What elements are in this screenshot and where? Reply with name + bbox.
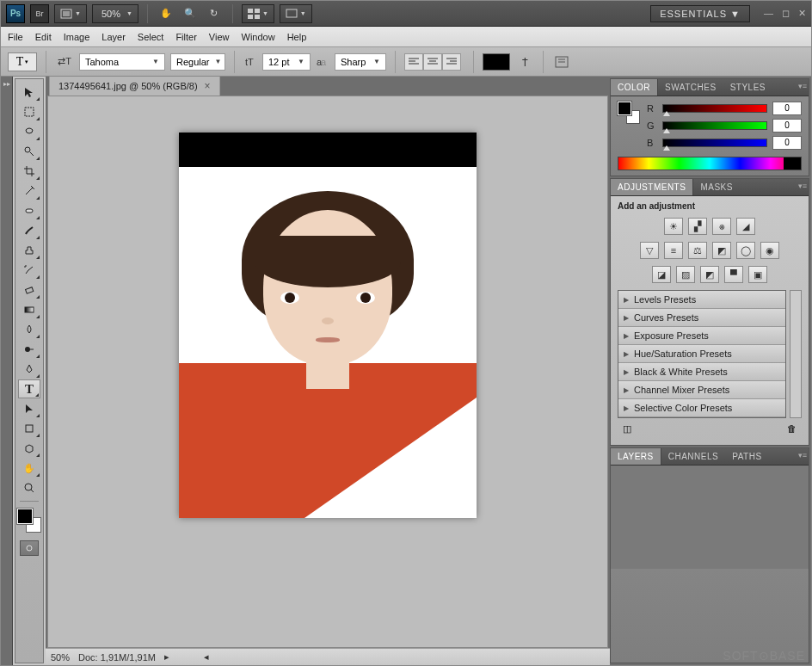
posterize-icon[interactable]: ▨ — [676, 266, 695, 283]
tab-styles[interactable]: STYLES — [723, 79, 772, 96]
zoom-dropdown[interactable]: 50%▼ — [92, 4, 138, 23]
photofilter-icon[interactable]: ◯ — [736, 242, 755, 259]
arrange-docs-dropdown[interactable]: ▼ — [242, 4, 274, 23]
pen-tool[interactable] — [18, 360, 40, 379]
stamp-tool[interactable] — [18, 241, 40, 260]
preset-curves[interactable]: ▶Curves Presets — [618, 309, 785, 327]
brightness-icon[interactable]: ☀ — [664, 218, 683, 235]
move-tool[interactable] — [18, 83, 40, 102]
exposure-icon[interactable]: ◢ — [736, 218, 755, 235]
spectrum-bar[interactable] — [618, 157, 802, 170]
vibrance-icon[interactable]: ▽ — [640, 242, 659, 259]
tab-color[interactable]: COLOR — [611, 79, 658, 96]
tab-masks[interactable]: MASKS — [693, 179, 740, 195]
close-button[interactable]: ✕ — [798, 8, 806, 19]
menu-layer[interactable]: Layer — [102, 32, 126, 42]
menu-window[interactable]: Window — [242, 32, 275, 42]
tab-swatches[interactable]: SWATCHES — [658, 79, 723, 96]
preset-bw[interactable]: ▶Black & White Presets — [618, 363, 785, 381]
menu-image[interactable]: Image — [64, 32, 90, 42]
preset-channelmixer[interactable]: ▶Channel Mixer Presets — [618, 381, 785, 399]
foreground-color[interactable] — [17, 509, 33, 524]
curves-icon[interactable]: ⎈ — [712, 218, 731, 235]
antialias-dropdown[interactable]: Sharp▼ — [335, 53, 386, 71]
invert-icon[interactable]: ◪ — [652, 266, 671, 283]
history-brush-tool[interactable] — [18, 261, 40, 280]
text-color-swatch[interactable] — [483, 53, 510, 71]
shape-tool[interactable] — [18, 419, 40, 438]
menu-filter[interactable]: Filter — [175, 32, 196, 42]
font-style-dropdown[interactable]: Regular▼ — [170, 53, 225, 71]
b-value[interactable]: 0 — [772, 136, 802, 150]
tab-paths[interactable]: PATHS — [725, 448, 768, 465]
rotate-view-icon[interactable]: ↻ — [205, 4, 224, 23]
eraser-tool[interactable] — [18, 281, 40, 299]
healing-tool[interactable] — [18, 201, 40, 220]
tab-layers[interactable]: LAYERS — [611, 448, 661, 465]
zoom-tool-icon[interactable]: 🔍 — [181, 4, 200, 23]
type-tool[interactable]: T — [18, 379, 40, 398]
tool-collapse-strip[interactable]: ▸▸ — [1, 77, 13, 665]
align-right-button[interactable] — [442, 53, 461, 71]
font-family-dropdown[interactable]: Tahoma▼ — [79, 53, 165, 71]
channelmixer-icon[interactable]: ◉ — [760, 242, 779, 259]
hand-tool-icon[interactable]: ✋ — [157, 4, 175, 23]
tool-preset-picker[interactable]: T ▾ — [8, 52, 37, 71]
gradientmap-icon[interactable]: ▀ — [724, 266, 743, 283]
color-picker-fgbg[interactable] — [17, 509, 41, 533]
panel-menu-icon[interactable]: ▾≡ — [798, 451, 807, 459]
3d-tool[interactable] — [18, 439, 40, 458]
menu-edit[interactable]: Edit — [35, 32, 52, 42]
levels-icon[interactable]: ▞ — [688, 218, 707, 235]
menu-file[interactable]: File — [8, 32, 23, 42]
path-select-tool[interactable] — [18, 399, 40, 418]
screen-mode-dropdown[interactable]: ▼ — [280, 4, 312, 23]
scroll-left-icon[interactable]: ◂ — [204, 651, 209, 663]
hand-tool[interactable]: ✋ — [18, 459, 40, 478]
panel-menu-icon[interactable]: ▾≡ — [798, 82, 807, 90]
marquee-tool[interactable] — [18, 102, 40, 121]
view-extras-dropdown[interactable]: ▼ — [54, 4, 87, 23]
close-tab-icon[interactable]: × — [205, 80, 211, 92]
g-value[interactable]: 0 — [772, 119, 802, 133]
color-fgbg-mini[interactable] — [618, 102, 640, 124]
bridge-icon[interactable]: Br — [30, 4, 49, 23]
menu-select[interactable]: Select — [138, 32, 164, 42]
canvas-viewport[interactable] — [47, 96, 608, 648]
font-size-dropdown[interactable]: 12 pt▼ — [262, 53, 311, 71]
r-value[interactable]: 0 — [772, 102, 802, 115]
lasso-tool[interactable] — [18, 122, 40, 141]
menu-view[interactable]: View — [209, 32, 230, 42]
dodge-tool[interactable] — [18, 340, 40, 359]
g-slider[interactable] — [662, 121, 767, 130]
gradient-tool[interactable] — [18, 300, 40, 319]
bw-icon[interactable]: ◩ — [712, 242, 731, 259]
quick-select-tool[interactable] — [18, 142, 40, 161]
status-doc-size[interactable]: Doc: 1,91M/1,91M — [78, 652, 156, 663]
text-orientation-toggle[interactable]: ⇄T — [55, 52, 74, 71]
tab-channels[interactable]: CHANNELS — [661, 448, 725, 465]
presets-scrollbar[interactable] — [790, 290, 802, 418]
align-center-button[interactable] — [423, 53, 442, 71]
colorbalance-icon[interactable]: ⚖ — [688, 242, 707, 259]
hue-icon[interactable]: ≡ — [664, 242, 683, 259]
warp-text-button[interactable]: Ϯ — [515, 52, 534, 71]
preset-selectivecolor[interactable]: ▶Selective Color Presets — [618, 399, 785, 417]
document-tab[interactable]: 1374495641.jpg @ 50% (RGB/8) × — [49, 77, 220, 96]
maximize-button[interactable]: ◻ — [782, 8, 790, 19]
minimize-button[interactable]: — — [764, 8, 773, 19]
threshold-icon[interactable]: ◩ — [700, 266, 719, 283]
preset-hue[interactable]: ▶Hue/Saturation Presets — [618, 345, 785, 363]
zoom-tool[interactable] — [18, 478, 40, 497]
brush-tool[interactable] — [18, 221, 40, 240]
menu-help[interactable]: Help — [287, 32, 307, 42]
r-slider[interactable] — [662, 104, 767, 113]
photoshop-icon[interactable]: Ps — [6, 4, 25, 23]
workspace-switcher[interactable]: ESSENTIALS ▼ — [650, 5, 750, 22]
character-panel-button[interactable] — [552, 52, 571, 71]
b-slider[interactable] — [662, 139, 767, 147]
preset-levels[interactable]: ▶Levels Presets — [618, 291, 785, 309]
eyedropper-tool[interactable] — [18, 182, 40, 200]
quickmask-button[interactable] — [20, 540, 39, 556]
selectivecolor-icon[interactable]: ▣ — [748, 266, 767, 283]
